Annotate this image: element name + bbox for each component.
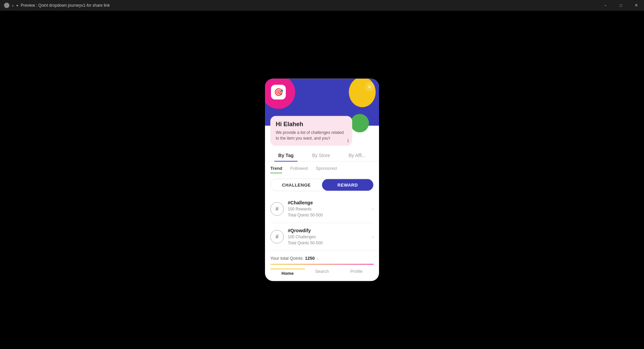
hashtag-icon-challenge: # — [270, 202, 284, 216]
title-bar: ‹ ▾ Preview : Qoint dropdown journeyv1-f… — [0, 0, 644, 11]
qrowdify-item-info: #Qrowdify 100 Challenges Total Qoints 50… — [288, 228, 372, 246]
qoints-dropdown-icon[interactable]: ⌄ — [316, 256, 319, 260]
subtab-trend[interactable]: Trend — [270, 166, 282, 173]
challenge-item-title: #Challenge — [288, 200, 372, 205]
challenge-item-subtitle: 100 Rewards Total Qoints 50-500 — [288, 206, 372, 218]
subtab-sponsored[interactable]: Sponsored — [316, 166, 337, 173]
challenge-item-info: #Challenge 100 Rewards Total Qoints 50-5… — [288, 200, 372, 218]
maximize-button[interactable]: □ — [613, 0, 629, 11]
qrowdify-item-title: #Qrowdify — [288, 228, 372, 233]
window-controls: − □ ✕ — [598, 0, 644, 11]
card-header: 🎯 ✕ Hi Elaheh We provide a list of chall… — [265, 79, 379, 126]
nav-back-icon[interactable]: ‹ — [12, 3, 14, 8]
nav-home[interactable]: Home — [270, 269, 305, 276]
tab-by-store[interactable]: By Store — [308, 149, 334, 161]
list-item[interactable]: # #Qrowdify 100 Challenges Total Qoints … — [270, 223, 374, 251]
welcome-description: We provide a list of challenges related … — [276, 130, 347, 141]
reward-toggle-button[interactable]: REWARD — [322, 179, 373, 191]
logo-emoji: 🎯 — [274, 88, 283, 97]
tab-by-tag[interactable]: By Tag — [274, 149, 298, 161]
sub-tabs: Trend Followed Sponsored — [265, 162, 379, 173]
welcome-banner: Hi Elaheh We provide a list of challenge… — [270, 116, 352, 146]
app-icon — [4, 3, 9, 8]
nav-dropdown-icon[interactable]: ▾ — [16, 4, 18, 7]
subtab-followed[interactable]: Followed — [290, 166, 308, 173]
qoints-label: Your total Qoints: — [270, 256, 304, 261]
main-tabs: By Tag By Store By Affi... — [265, 149, 379, 162]
bottom-nav: Home Search Profile — [265, 265, 379, 281]
green-blob-decoration — [351, 114, 369, 133]
modal-card: 🎯 ✕ Hi Elaheh We provide a list of chall… — [265, 79, 379, 281]
tab-by-affiliate[interactable]: By Affi... — [344, 149, 370, 161]
chevron-right-icon: › — [372, 234, 374, 240]
nav-profile[interactable]: Profile — [339, 269, 374, 276]
qrowdify-item-subtitle: 100 Challenges Total Qoints 50-500 — [288, 234, 372, 246]
list-item[interactable]: # #Challenge 100 Rewards Total Qoints 50… — [270, 195, 374, 223]
chevron-right-icon: › — [372, 206, 374, 212]
info-icon[interactable]: ℹ — [347, 138, 349, 143]
app-logo: 🎯 — [271, 85, 286, 100]
toggle-group: CHALLENGE REWARD — [270, 179, 374, 191]
qoints-value: 1250 — [305, 256, 315, 261]
hashtag-icon-qrowdify: # — [270, 230, 284, 244]
close-button[interactable]: ✕ — [629, 0, 644, 11]
tag-list: # #Challenge 100 Rewards Total Qoints 50… — [265, 195, 379, 251]
nav-search[interactable]: Search — [305, 269, 339, 276]
challenge-toggle-button[interactable]: CHALLENGE — [271, 179, 322, 191]
close-icon: ✕ — [368, 84, 372, 90]
welcome-greeting: Hi Elaheh — [276, 121, 347, 128]
total-qoints-row: Your total Qoints: 1250 ⌄ — [265, 251, 379, 264]
modal-close-button[interactable]: ✕ — [365, 82, 374, 92]
title-bar-text: Preview : Qoint dropdown journeyv1-for s… — [21, 3, 110, 8]
minimize-button[interactable]: − — [598, 0, 613, 11]
